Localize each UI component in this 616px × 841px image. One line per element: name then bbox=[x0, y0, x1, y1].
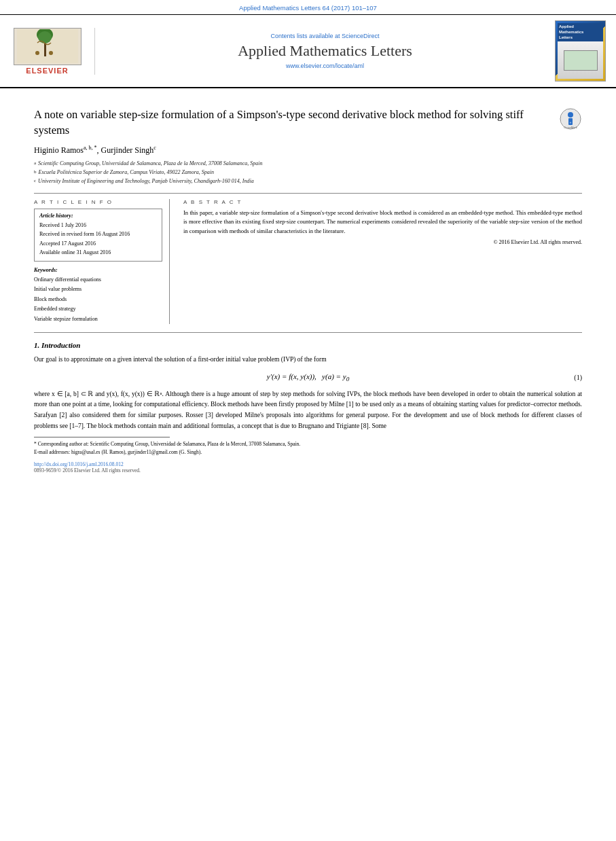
elsevier-logo: ELSEVIER bbox=[7, 28, 95, 75]
keyword-5: Variable stepsize formulation bbox=[34, 315, 162, 324]
intro-paragraph-2: where x ∈ [a, b] ⊂ ℝ and y(x), f(x, y(x)… bbox=[34, 389, 582, 432]
elsevier-logo-image bbox=[14, 28, 81, 65]
authors-line: Higinio Ramosa, b, *, Gurjinder Singhc bbox=[34, 145, 582, 156]
intro-title: 1. Introduction bbox=[34, 341, 582, 349]
svg-point-4 bbox=[35, 51, 39, 55]
footnote-divider bbox=[34, 437, 170, 437]
cover-title-text: AppliedMathematicsLetters bbox=[558, 23, 603, 41]
affil-c: c University Institute of Engineering an… bbox=[34, 177, 582, 186]
history-label: Article history: bbox=[39, 213, 157, 219]
keyword-2: Initial value problems bbox=[34, 285, 162, 294]
introduction-section: 1. Introduction Our goal is to approxima… bbox=[34, 341, 582, 432]
affil-a: a Scientific Computing Group, Universida… bbox=[34, 160, 582, 168]
abstract-header: A B S T R A C T bbox=[183, 199, 582, 205]
copyright-notice: © 2016 Elsevier Ltd. All rights reserved… bbox=[183, 239, 582, 245]
author2-sup: c bbox=[153, 145, 156, 151]
issn-line: 0893-9659/© 2016 Elsevier Ltd. All right… bbox=[34, 467, 582, 473]
article-title-section: A note on variable step-size formulation… bbox=[34, 107, 582, 138]
journal-ref-link[interactable]: Applied Mathematics Letters 64 (2017) 10… bbox=[239, 4, 377, 12]
article-info-header: A R T I C L E I N F O bbox=[34, 199, 162, 205]
keywords-section: Keywords: Ordinary differential equation… bbox=[34, 267, 162, 324]
revised-date: Received in revised form 16 August 2016 bbox=[39, 230, 157, 239]
abstract-text: In this paper, a variable step-size form… bbox=[183, 209, 582, 236]
journal-header: Applied Mathematics Letters 64 (2017) 10… bbox=[0, 0, 616, 15]
received-date: Received 1 July 2016 bbox=[39, 221, 157, 230]
info-dates: Received 1 July 2016 Received in revised… bbox=[39, 221, 157, 257]
crossmark-logo[interactable]: + CrossMark bbox=[558, 107, 582, 130]
affiliations-section: a Scientific Computing Group, Universida… bbox=[34, 160, 582, 185]
article-title-text: A note on variable step-size formulation… bbox=[34, 107, 551, 138]
equation-1-number: (1) bbox=[574, 374, 582, 381]
svg-text:+: + bbox=[569, 120, 571, 124]
affil-c-text: University Institute of Engineering and … bbox=[38, 177, 254, 186]
affil-b: b Escuela Politécnica Superior de Zamora… bbox=[34, 168, 582, 177]
abstract-column: A B S T R A C T In this paper, a variabl… bbox=[183, 199, 582, 324]
main-content: A note on variable step-size formulation… bbox=[0, 88, 616, 480]
article-info-abstract: A R T I C L E I N F O Article history: R… bbox=[34, 193, 582, 324]
svg-point-5 bbox=[49, 51, 53, 55]
affil-b-text: Escuela Politécnica Superior de Zamora, … bbox=[39, 168, 215, 177]
journal-url[interactable]: www.elsevier.com/locate/aml bbox=[102, 62, 548, 69]
author1-sup: a, b, * bbox=[84, 145, 97, 151]
history-box: Article history: Received 1 July 2016 Re… bbox=[34, 209, 162, 262]
doi-link[interactable]: http://dx.doi.org/10.1016/j.aml.2016.08.… bbox=[34, 461, 124, 467]
journal-title: Applied Mathematics Letters bbox=[102, 42, 548, 60]
journal-banner: ELSEVIER Contents lists available at Sci… bbox=[0, 15, 616, 88]
section-divider bbox=[34, 332, 582, 333]
accepted-date: Accepted 17 August 2016 bbox=[39, 239, 157, 249]
equation-1-content: y′(x) = f(x, y(x)), y(a) = y0 bbox=[267, 372, 349, 382]
affil-a-text: Scientific Computing Group, Universidad … bbox=[38, 160, 262, 168]
available-date: Available online 31 August 2016 bbox=[39, 248, 157, 257]
email-addresses: E-mail addresses: higra@usal.es (H. Ramo… bbox=[34, 448, 582, 457]
svg-point-8 bbox=[568, 112, 573, 118]
page: Applied Mathematics Letters 64 (2017) 10… bbox=[0, 0, 616, 841]
keyword-1: Ordinary differential equations bbox=[34, 275, 162, 285]
corresponding-author: * Corresponding author at: Scientific Co… bbox=[34, 440, 582, 448]
sciencedirect-note: Contents lists available at ScienceDirec… bbox=[102, 33, 548, 39]
journal-cover-thumbnail: AppliedMathematicsLetters bbox=[555, 20, 609, 82]
keywords-label: Keywords: bbox=[34, 267, 162, 273]
article-info-column: A R T I C L E I N F O Article history: R… bbox=[34, 199, 170, 324]
author2-name: Gurjinder Singh bbox=[101, 145, 154, 155]
journal-center: Contents lists available at ScienceDirec… bbox=[102, 33, 548, 69]
intro-paragraph-1: Our goal is to approximate on a given in… bbox=[34, 355, 582, 365]
footer-section: * Corresponding author at: Scientific Co… bbox=[34, 437, 582, 473]
svg-text:CrossMark: CrossMark bbox=[564, 126, 577, 129]
elsevier-brand-name: ELSEVIER bbox=[26, 67, 68, 75]
cover-box: AppliedMathematicsLetters bbox=[555, 20, 606, 82]
keyword-3: Block methods bbox=[34, 295, 162, 304]
equation-1: y′(x) = f(x, y(x)), y(a) = y0 (1) bbox=[34, 372, 582, 382]
author1-name: Higinio Ramos bbox=[34, 145, 84, 155]
doi-section: http://dx.doi.org/10.1016/j.aml.2016.08.… bbox=[34, 460, 582, 467]
keyword-4: Embedded strategy bbox=[34, 304, 162, 314]
sciencedirect-link-text[interactable]: ScienceDirect bbox=[342, 33, 380, 39]
